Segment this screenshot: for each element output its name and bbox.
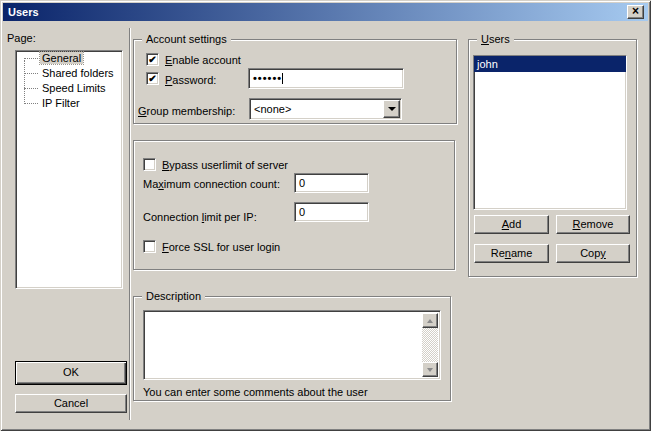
title-bar: Users	[3, 3, 648, 21]
arrow-up-icon	[427, 319, 433, 323]
scroll-up-button[interactable]	[422, 313, 438, 328]
cancel-button[interactable]: Cancel	[15, 394, 127, 413]
scroll-down-button[interactable]	[422, 362, 438, 377]
users-caption: Users	[477, 33, 514, 46]
enable-account-checkbox[interactable]: ✔	[146, 53, 159, 66]
force-ssl-label: Force SSL for user login	[162, 241, 280, 254]
tree-item-general[interactable]: General	[16, 51, 122, 66]
group-membership-label: Group membership:	[138, 105, 235, 118]
tree-item-label: IP Filter	[40, 97, 82, 109]
force-ssl-checkbox[interactable]	[143, 240, 156, 253]
add-button[interactable]: Add	[474, 215, 549, 234]
description-textarea[interactable]	[143, 310, 441, 380]
tree-item-shared-folders[interactable]: Shared folders	[16, 66, 122, 81]
group-membership-select[interactable]: <none>	[249, 98, 402, 120]
checkmark-icon: ✔	[148, 54, 156, 65]
description-value	[146, 311, 150, 314]
user-list-item[interactable]: john	[474, 56, 626, 72]
password-label: Password:	[165, 74, 216, 87]
close-icon: ×	[632, 4, 639, 18]
close-button[interactable]: ×	[627, 5, 644, 19]
panel-divider	[129, 28, 131, 420]
bypass-userlimit-label: Bypass userlimit of server	[162, 159, 288, 172]
connection-limit-per-ip-input[interactable]: 0	[294, 202, 369, 222]
tree-item-label: General	[40, 52, 83, 64]
text-caret	[282, 73, 283, 84]
users-group: Users john Add Remove Rename Copy	[468, 39, 637, 277]
enable-account-label: Enable account	[165, 54, 241, 67]
max-connection-count-label: Maximum connection count:	[143, 178, 280, 191]
window-title: Users	[8, 6, 39, 18]
dropdown-arrow-icon	[388, 107, 396, 111]
description-caption: Description	[142, 290, 205, 303]
connection-limits-group: Bypass userlimit of server Maximum conne…	[133, 140, 455, 270]
password-checkbox[interactable]: ✔	[146, 72, 159, 85]
tree-item-label: Shared folders	[40, 67, 116, 79]
user-name: john	[477, 58, 498, 70]
rename-button[interactable]: Rename	[474, 244, 549, 263]
dropdown-button[interactable]	[383, 100, 400, 118]
arrow-down-icon	[427, 368, 433, 372]
page-tree: General Shared folders Speed Limits IP F…	[15, 50, 123, 289]
max-connection-count-value: 0	[299, 177, 305, 189]
password-input[interactable]: ••••••	[248, 68, 404, 89]
description-hint: You can enter some comments about the us…	[143, 386, 368, 399]
users-dialog: Users × Page: General Shared folders Spe…	[0, 0, 651, 431]
connection-limit-per-ip-value: 0	[299, 206, 305, 218]
users-listbox[interactable]: john	[473, 55, 627, 210]
account-settings-group: Account settings ✔ Enable account ✔ Pass…	[133, 39, 457, 124]
tree-item-ip-filter[interactable]: IP Filter	[16, 96, 122, 111]
page-panel-label: Page:	[7, 32, 36, 45]
password-value: ••••••	[253, 72, 282, 84]
account-settings-caption: Account settings	[142, 33, 231, 46]
copy-button[interactable]: Copy	[556, 244, 630, 263]
tree-item-speed-limits[interactable]: Speed Limits	[16, 81, 122, 96]
group-membership-value: <none>	[254, 103, 291, 116]
checkmark-icon: ✔	[148, 73, 156, 84]
bypass-userlimit-checkbox[interactable]	[143, 158, 156, 171]
description-scrollbar[interactable]	[422, 313, 438, 377]
tree-item-label: Speed Limits	[40, 82, 108, 94]
connection-limit-per-ip-label: Connection limit per IP:	[143, 211, 257, 224]
ok-button[interactable]: OK	[15, 361, 127, 385]
remove-button[interactable]: Remove	[556, 215, 630, 234]
max-connection-count-input[interactable]: 0	[294, 173, 369, 193]
description-group: Description You can enter some comments …	[133, 296, 451, 401]
